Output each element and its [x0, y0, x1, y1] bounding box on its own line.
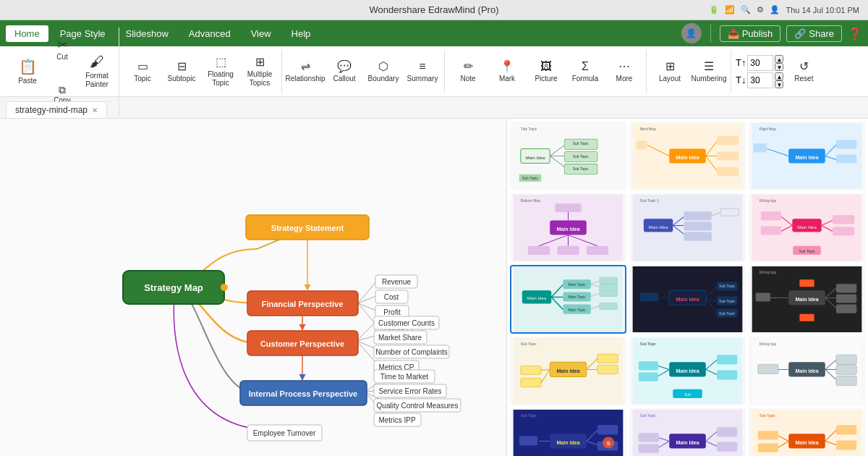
zoom-down[interactable]: ▼: [775, 80, 783, 88]
svg-rect-45: [717, 151, 739, 160]
svg-text:Sub Topic 1: Sub Topic 1: [640, 198, 659, 203]
numbering-button[interactable]: ☰ Numbering: [690, 50, 728, 93]
svg-text:Sub Topic: Sub Topic: [521, 413, 537, 418]
subtopic-button[interactable]: ⊟ Subtopic: [163, 50, 200, 93]
summary-button[interactable]: ≡ Summary: [404, 50, 441, 93]
help-icon[interactable]: ❓: [848, 27, 862, 41]
template-card-7[interactable]: Main Idea Main Topic Main Topic Main Top…: [510, 265, 626, 334]
floating-topic-button[interactable]: ⬚ Floating Topic: [202, 50, 239, 93]
template-card-3[interactable]: Main Idea Right Map: [749, 122, 865, 190]
template-card-14[interactable]: Main Idea Sub Topic: [629, 408, 746, 456]
reset-button[interactable]: ↺ Reset: [785, 50, 822, 93]
template-card-6[interactable]: Main Idea Killing App Sub Topic: [749, 193, 865, 262]
more-button[interactable]: ⋯ More: [605, 50, 643, 93]
toolbar: 📋 Paste ✂ Cut ⧉ Copy 🖌 Format Painter ▭ …: [0, 46, 868, 97]
cost-label: Cost: [384, 293, 399, 301]
font-size-down[interactable]: ▼: [775, 63, 783, 71]
svg-text:Sub Topic: Sub Topic: [760, 413, 776, 418]
template-card-11[interactable]: Main Idea Sub Topic Sub: [629, 337, 746, 405]
svg-text:Main Idea: Main Idea: [676, 155, 699, 160]
svg-rect-68: [587, 246, 608, 255]
font-size-up[interactable]: ▲: [775, 55, 783, 63]
strategy-statement-label: Strategy Statement: [271, 224, 344, 232]
customer-counts-label: Customer Counts: [378, 319, 435, 327]
paste-icon: 📋: [19, 58, 37, 75]
menu-view[interactable]: View: [242, 25, 280, 42]
svg-rect-154: [521, 366, 541, 374]
svg-rect-94: [833, 227, 854, 235]
tab-strategy-mind-map[interactable]: strategy-mind-map ✕: [6, 101, 107, 118]
battery-icon: 🔋: [709, 5, 719, 14]
user-avatar[interactable]: 👤: [681, 23, 702, 43]
svg-rect-179: [836, 365, 856, 374]
revenue-label: Revenue: [382, 278, 411, 286]
svg-text:Sub Topic: Sub Topic: [719, 284, 736, 288]
layout-group: ⊞ Layout ☰ Numbering: [648, 50, 731, 93]
template-card-8[interactable]: Main Idea Sub Topic Sub Topic Sub Topic: [629, 265, 746, 334]
template-card-5[interactable]: Main Idea Sub Topic 1: [629, 193, 746, 262]
svg-text:Main Idea: Main Idea: [676, 297, 699, 302]
zoom-input[interactable]: [747, 72, 773, 88]
svg-rect-213: [836, 425, 856, 434]
picture-button[interactable]: 🖼 Picture: [527, 50, 565, 93]
svg-text:Killing App: Killing App: [760, 342, 777, 346]
publish-button[interactable]: 📤 Publish: [720, 25, 781, 42]
svg-rect-83: [720, 208, 739, 216]
svg-text:Killing App: Killing App: [760, 270, 777, 274]
layout-button[interactable]: ⊞ Layout: [651, 50, 689, 93]
menu-slideshow[interactable]: Slideshow: [117, 25, 177, 42]
svg-rect-217: [758, 431, 778, 439]
copy-icon: ⧉: [59, 84, 66, 96]
annotate-group: ✏ Note 📍 Mark 🖼 Picture Σ Formula ⋯ More: [446, 50, 647, 93]
summary-icon: ≡: [419, 60, 425, 73]
topic-button[interactable]: ▭ Topic: [124, 50, 161, 93]
template-card-9[interactable]: Main Idea Killing App: [749, 265, 865, 334]
template-card-2[interactable]: Main Idea Mind Map: [629, 122, 746, 190]
template-card-13[interactable]: Main Idea Sub Topic S: [510, 408, 626, 456]
menu-help[interactable]: Help: [283, 25, 320, 42]
svg-rect-131: [640, 292, 658, 301]
callout-button[interactable]: 💬 Callout: [326, 50, 363, 93]
zoom-up[interactable]: ▲: [775, 72, 783, 80]
svg-rect-156: [521, 379, 541, 387]
svg-text:Main Idea: Main Idea: [795, 297, 818, 302]
multiple-topics-button[interactable]: ⊞ Multiple Topics: [241, 50, 278, 93]
boundary-button[interactable]: ⬡ Boundary: [365, 50, 402, 93]
svg-text:Sub Topic: Sub Topic: [799, 249, 815, 253]
relationship-button[interactable]: ⇌ Relationship: [286, 50, 324, 93]
floating-topic-icon: ⬚: [216, 55, 226, 69]
quality-control-label: Quality Control Measures: [377, 402, 459, 410]
svg-rect-93: [833, 215, 854, 224]
numbering-icon: ☰: [704, 59, 714, 73]
paste-button[interactable]: 📋 Paste: [9, 50, 46, 93]
svg-rect-183: [758, 364, 778, 373]
svg-text:S: S: [607, 441, 610, 446]
svg-rect-140: [836, 305, 856, 313]
template-card-12[interactable]: Main Idea Killing App: [749, 337, 865, 405]
menu-advanced[interactable]: Advanced: [180, 25, 239, 42]
svg-rect-49: [637, 140, 647, 149]
format-painter-button[interactable]: 🖌 Format Painter: [78, 50, 116, 93]
template-card-4[interactable]: Main Idea Bottom Map: [510, 193, 626, 262]
cut-button[interactable]: ✂ Cut: [48, 28, 77, 71]
template-card-10[interactable]: Main Idea Sub Topic: [510, 337, 626, 405]
formula-button[interactable]: Σ Formula: [566, 50, 604, 93]
svg-text:Main Idea: Main Idea: [526, 156, 545, 160]
svg-text:Sub Topic: Sub Topic: [522, 176, 539, 180]
canvas-area[interactable]: Strategy Map Strategy Statement Financia…: [0, 119, 506, 456]
font-size-input[interactable]: [747, 55, 773, 71]
note-button[interactable]: ✏ Note: [449, 50, 487, 93]
svg-text:Sub Topic: Sub Topic: [719, 311, 736, 316]
svg-rect-201: [717, 427, 737, 436]
svg-text:Main Idea: Main Idea: [556, 440, 579, 445]
mark-button[interactable]: 📍 Mark: [488, 50, 526, 93]
datetime: Thu 14 Jul 10:01 PM: [786, 6, 859, 14]
svg-text:Sub Topic: Sub Topic: [573, 141, 590, 145]
share-button[interactable]: 🔗 Share: [786, 25, 842, 42]
svg-text:Main Topic: Main Topic: [569, 308, 587, 312]
template-card-1[interactable]: Main Idea Sub Topic Sub Topic Sub Topic …: [510, 122, 626, 190]
menu-right-actions: 👤 📤 Publish 🔗 Share ❓: [681, 23, 862, 43]
complaints-label: Number of Complaints: [375, 348, 447, 356]
template-card-15[interactable]: Main Idea Sub Topic: [749, 408, 865, 456]
tab-close-icon[interactable]: ✕: [92, 106, 98, 114]
